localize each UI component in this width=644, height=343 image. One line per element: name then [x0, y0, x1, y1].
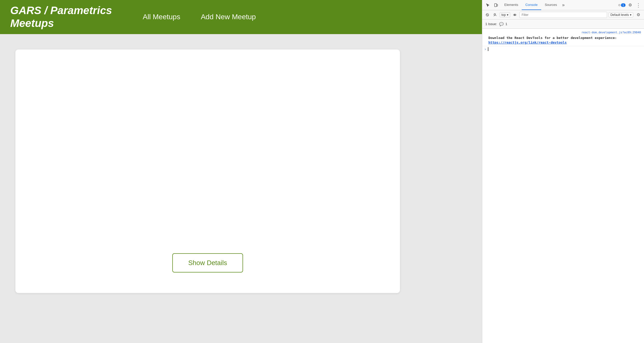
devtools-panel: Elements Console Sources » ! 1 ⚙ ⋮: [482, 0, 644, 343]
eye-icon[interactable]: [512, 12, 518, 18]
svg-point-6: [494, 14, 496, 15]
console-input-area[interactable]: ›: [482, 46, 644, 52]
svg-line-5: [487, 14, 488, 16]
console-devtools-link[interactable]: https://reactjs.org/link/react-devtools: [488, 41, 567, 44]
notification-badge[interactable]: ! 1: [618, 2, 626, 9]
svg-point-9: [514, 14, 515, 15]
more-tabs-button[interactable]: »: [561, 1, 566, 9]
issues-label: 1 Issue:: [485, 22, 497, 26]
issues-count: 1: [506, 22, 507, 26]
device-toolbar-icon[interactable]: [492, 2, 500, 9]
app-title: GARS / Parametrics Meetups: [10, 4, 112, 30]
file-link[interactable]: react-dom.development.js?ac89:29840: [482, 29, 644, 35]
console-cursor: [488, 47, 488, 51]
nav-all-meetups[interactable]: All Meetups: [143, 12, 180, 22]
show-details-button[interactable]: Show Details: [172, 253, 243, 273]
filter-input[interactable]: [519, 12, 607, 18]
app-area: GARS / Parametrics Meetups All Meetups A…: [0, 0, 482, 343]
filter-icon[interactable]: [492, 12, 498, 18]
tab-elements[interactable]: Elements: [501, 0, 522, 10]
log-levels-selector[interactable]: Default levels ▾: [609, 12, 633, 17]
console-output: react-dom.development.js?ac89:29840 Down…: [482, 29, 644, 343]
console-prompt-icon: ›: [484, 47, 486, 51]
main-content: Show Details: [0, 34, 482, 343]
console-toolbar: top ▾ Default levels ▾ ⚙: [482, 10, 644, 19]
svg-rect-1: [497, 4, 498, 6]
clear-console-icon[interactable]: [484, 12, 490, 18]
issues-bar: 1 Issue: 💬 1: [482, 19, 644, 29]
log-levels-label: Default levels: [610, 13, 629, 17]
log-levels-dropdown-icon: ▾: [630, 13, 631, 17]
console-message: Download the React DevTools for a better…: [482, 35, 644, 46]
header: GARS / Parametrics Meetups All Meetups A…: [0, 0, 482, 34]
svg-text:!: !: [619, 4, 619, 6]
devtools-top-bar: Elements Console Sources » ! 1 ⚙ ⋮: [482, 0, 644, 10]
console-settings-icon[interactable]: ⚙: [635, 11, 642, 18]
nav-add-new-meetup[interactable]: Add New Meetup: [201, 12, 256, 22]
svg-rect-0: [495, 4, 497, 7]
console-message-text: Download the React DevTools for a better…: [488, 36, 617, 40]
badge-count: 1: [621, 3, 626, 7]
inspect-element-icon[interactable]: [484, 2, 491, 9]
svg-line-7: [496, 15, 496, 16]
devtools-more-options-icon[interactable]: ⋮: [635, 2, 642, 9]
tab-sources[interactable]: Sources: [541, 0, 561, 10]
meetup-card: Show Details: [15, 49, 400, 293]
issues-icon: 💬: [499, 22, 504, 26]
devtools-settings-icon[interactable]: ⚙: [627, 2, 634, 9]
nav: All Meetups Add New Meetup: [143, 12, 256, 22]
context-dropdown-icon: ▾: [507, 13, 508, 17]
context-selector[interactable]: top ▾: [500, 12, 510, 17]
tab-console[interactable]: Console: [522, 0, 541, 10]
context-label: top: [501, 13, 506, 17]
